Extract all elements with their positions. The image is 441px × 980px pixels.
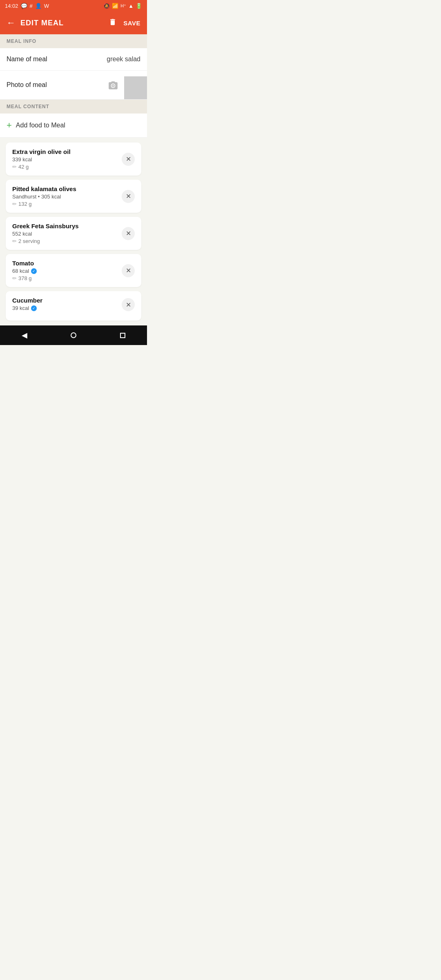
nav-home-button[interactable] <box>49 325 98 345</box>
hashtag-icon: # <box>30 3 33 9</box>
name-label: Name of meal <box>7 56 47 63</box>
food-name-1[interactable]: Extra virgin olive oil <box>12 148 122 155</box>
food-card-info-2: Pitted kalamata olives Sandhurst • 305 k… <box>12 185 122 207</box>
food-cards-container: Extra virgin olive oil 339 kcal ✏ 42 g ✕… <box>0 138 147 325</box>
status-right: 🔕 📶 H⁺ ▲ 🔋 <box>103 3 142 9</box>
food-card-info-4: Tomato 68 kcal ✓ ✏ 378 g <box>12 260 122 281</box>
nav-recents-button[interactable] <box>98 325 147 345</box>
remove-button-1[interactable]: ✕ <box>122 153 135 166</box>
save-button[interactable]: SAVE <box>123 20 140 27</box>
food-card-3: Greek Feta Sainsburys 552 kcal ✏ 2 servi… <box>6 217 141 250</box>
remove-button-2[interactable]: ✕ <box>122 190 135 203</box>
food-weight-2: ✏ 132 g <box>12 201 122 207</box>
food-card-4: Tomato 68 kcal ✓ ✏ 378 g ✕ <box>6 254 141 287</box>
recents-square-icon <box>120 333 125 338</box>
food-card-info-3: Greek Feta Sainsburys 552 kcal ✏ 2 servi… <box>12 223 122 244</box>
food-card-info-5: Cucumber 39 kcal ✓ <box>12 297 122 312</box>
verified-badge-4: ✓ <box>31 268 37 274</box>
photo-row: Photo of meal <box>0 71 147 100</box>
bottom-nav: ◀ <box>0 325 147 345</box>
status-time: 14:02 <box>5 3 18 9</box>
delete-button[interactable] <box>109 18 117 28</box>
food-card-5: Cucumber 39 kcal ✓ ✕ <box>6 291 141 321</box>
camera-button[interactable] <box>108 76 124 98</box>
remove-button-5[interactable]: ✕ <box>122 298 135 311</box>
remove-button-3[interactable]: ✕ <box>122 227 135 240</box>
food-card-2: Pitted kalamata olives Sandhurst • 305 k… <box>6 180 141 213</box>
food-name-5[interactable]: Cucumber <box>12 297 122 304</box>
food-kcal-2: Sandhurst • 305 kcal <box>12 194 122 200</box>
status-left: 14:02 💬 # 👤 W <box>5 3 49 9</box>
wifi-icon: 📶 <box>112 3 118 9</box>
plus-icon: + <box>7 121 12 130</box>
pencil-icon-1: ✏ <box>12 164 17 170</box>
battery-icon: 🔋 <box>136 3 142 9</box>
status-bar: 14:02 💬 # 👤 W 🔕 📶 H⁺ ▲ 🔋 <box>0 0 147 11</box>
app-bar-actions: SAVE <box>109 18 140 28</box>
photo-label: Photo of meal <box>7 81 47 94</box>
pencil-icon-2: ✏ <box>12 201 17 207</box>
food-card-info-1: Extra virgin olive oil 339 kcal ✏ 42 g <box>12 148 122 170</box>
bell-off-icon: 🔕 <box>103 3 110 9</box>
food-weight-4: ✏ 378 g <box>12 275 122 281</box>
food-name-3[interactable]: Greek Feta Sainsburys <box>12 223 122 229</box>
add-food-label: Add food to Meal <box>16 122 65 129</box>
whatsapp-icon: 💬 <box>21 3 27 9</box>
food-kcal-5: 39 kcal ✓ <box>12 305 122 311</box>
photo-thumbnail[interactable] <box>124 76 147 99</box>
remove-button-4[interactable]: ✕ <box>122 264 135 277</box>
add-food-button[interactable]: + Add food to Meal <box>0 114 147 138</box>
food-kcal-4: 68 kcal ✓ <box>12 268 122 274</box>
home-circle-icon <box>71 332 76 338</box>
page-title: EDIT MEAL <box>20 19 109 27</box>
w-icon: W <box>44 3 49 9</box>
meal-info-header: MEAL INFO <box>0 34 147 48</box>
pencil-icon-3: ✏ <box>12 238 17 244</box>
hplus-icon: H⁺ <box>120 3 126 9</box>
app-bar: ← EDIT MEAL SAVE <box>0 11 147 34</box>
verified-badge-5: ✓ <box>31 305 37 311</box>
food-kcal-1: 339 kcal <box>12 156 122 163</box>
meal-content-header: MEAL CONTENT <box>0 100 147 114</box>
food-name-4[interactable]: Tomato <box>12 260 122 267</box>
food-kcal-3: 552 kcal <box>12 231 122 237</box>
food-name-2[interactable]: Pitted kalamata olives <box>12 185 122 192</box>
food-weight-3: ✏ 2 serving <box>12 238 122 244</box>
back-arrow-icon: ◀ <box>22 331 27 340</box>
name-value[interactable]: greek salad <box>107 56 140 63</box>
pencil-icon-4: ✏ <box>12 275 17 281</box>
food-weight-1: ✏ 42 g <box>12 164 122 170</box>
signal-icon: ▲ <box>128 3 134 9</box>
food-card-1: Extra virgin olive oil 339 kcal ✏ 42 g ✕ <box>6 143 141 176</box>
meal-name-row: Name of meal greek salad <box>0 48 147 71</box>
person-icon: 👤 <box>35 3 42 9</box>
back-button[interactable]: ← <box>7 18 16 27</box>
photo-row-right <box>108 76 147 99</box>
nav-back-button[interactable]: ◀ <box>0 325 49 345</box>
